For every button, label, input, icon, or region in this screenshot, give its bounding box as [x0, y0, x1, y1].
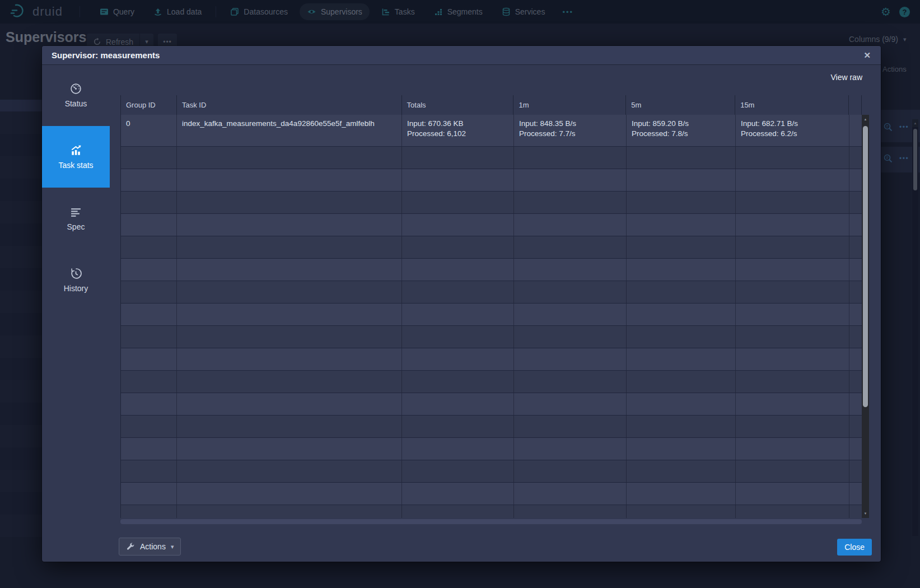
- table-row-empty: [121, 304, 862, 326]
- table-cell-empty: [627, 460, 736, 482]
- tab-history[interactable]: History: [42, 249, 110, 311]
- tab-status[interactable]: Status: [42, 64, 110, 126]
- table-cell-empty: [514, 326, 627, 348]
- table-cell-empty: [177, 438, 402, 460]
- table-cell-empty: [121, 326, 177, 348]
- table-cell-empty: [849, 416, 862, 437]
- table-cell-empty: [402, 505, 514, 518]
- table-row-empty: [121, 438, 862, 460]
- table-cell-empty: [514, 371, 627, 393]
- table-cell-empty: [514, 259, 627, 281]
- align-left-icon: [70, 206, 82, 218]
- table-cell-empty: [514, 416, 627, 437]
- tab-spec[interactable]: Spec: [42, 188, 110, 249]
- table-cell-empty: [402, 393, 514, 415]
- table-horizontal-scrollbar[interactable]: [120, 519, 862, 524]
- totals-processed: Processed: 6,102: [407, 129, 508, 139]
- tab-task-stats[interactable]: Task stats: [42, 126, 110, 188]
- table-cell-empty: [627, 147, 736, 169]
- table-cell-empty: [514, 348, 627, 370]
- table-cell-empty: [514, 147, 627, 169]
- table-cell-empty: [736, 236, 849, 258]
- table-cell-empty: [402, 192, 514, 213]
- table-cell-empty: [402, 483, 514, 505]
- table-cell-empty: [627, 169, 736, 191]
- table-row-empty: [121, 214, 862, 236]
- table-cell-empty: [121, 393, 177, 415]
- task-stats-table-body: 0 index_kafka_measurements_da4a92860e55e…: [120, 115, 862, 518]
- table-cell-empty: [121, 281, 177, 303]
- table-cell-empty: [177, 304, 402, 325]
- column-header-group-id[interactable]: Group ID: [121, 95, 177, 115]
- column-header-filler: [849, 95, 862, 115]
- table-cell-empty: [402, 259, 514, 281]
- table-row: 0 index_kafka_measurements_da4a92860e55e…: [121, 115, 862, 147]
- table-cell-empty: [849, 281, 862, 303]
- table-cell-empty: [402, 147, 514, 169]
- table-cell-empty: [121, 371, 177, 393]
- table-vertical-scrollbar[interactable]: ▲ ▼: [862, 115, 869, 518]
- dialog-side-tabs: Status Task stats: [42, 64, 110, 562]
- table-cell-empty: [177, 371, 402, 393]
- dialog-content: View raw Group ID Task ID Totals 1m 5m 1…: [110, 64, 881, 562]
- table-row-empty: [121, 169, 862, 192]
- totals-input: Input: 670.36 KB: [407, 119, 508, 129]
- table-cell-empty: [177, 348, 402, 370]
- table-cell-empty: [736, 281, 849, 303]
- table-cell-empty: [514, 304, 627, 325]
- table-cell-empty: [849, 259, 862, 281]
- table-cell-empty: [736, 371, 849, 393]
- table-cell-empty: [177, 192, 402, 213]
- table-cell-empty: [627, 326, 736, 348]
- column-header-15m[interactable]: 15m: [735, 95, 849, 115]
- table-row-empty: [121, 483, 862, 505]
- actions-button[interactable]: Actions ▾: [119, 538, 181, 556]
- table-cell-empty: [514, 505, 627, 518]
- scroll-down-icon[interactable]: ▼: [862, 509, 869, 518]
- table-cell-empty: [849, 169, 862, 191]
- table-cell-empty: [736, 147, 849, 169]
- close-button[interactable]: Close: [837, 539, 872, 556]
- column-header-totals[interactable]: Totals: [402, 95, 514, 115]
- task-stats-table: Group ID Task ID Totals 1m 5m 15m 0 inde…: [120, 95, 869, 525]
- m1-processed: Processed: 7.7/s: [519, 129, 621, 139]
- close-icon[interactable]: ✕: [860, 46, 874, 64]
- table-cell-empty: [121, 460, 177, 482]
- chart-icon: [70, 144, 82, 156]
- view-raw-link[interactable]: View raw: [830, 73, 862, 82]
- table-cell-empty: [177, 416, 402, 437]
- table-cell-empty: [849, 304, 862, 325]
- table-cell-empty: [177, 393, 402, 415]
- table-cell-empty: [177, 236, 402, 258]
- table-cell-empty: [849, 371, 862, 393]
- table-cell-empty: [514, 169, 627, 191]
- table-cell-empty: [514, 281, 627, 303]
- m15-processed: Processed: 6.2/s: [741, 129, 844, 139]
- column-header-task-id[interactable]: Task ID: [177, 95, 402, 115]
- table-cell-empty: [514, 438, 627, 460]
- table-cell-empty: [627, 281, 736, 303]
- table-cell-empty: [121, 259, 177, 281]
- cell-5m: Input: 859.20 B/s Processed: 7.8/s: [627, 115, 736, 146]
- table-cell-empty: [627, 304, 736, 325]
- table-row-empty: [121, 259, 862, 281]
- table-cell-empty: [177, 326, 402, 348]
- column-header-5m[interactable]: 5m: [626, 95, 735, 115]
- table-cell-empty: [177, 483, 402, 505]
- column-header-1m[interactable]: 1m: [513, 95, 626, 115]
- table-cell-empty: [514, 192, 627, 213]
- table-cell-empty: [514, 460, 627, 482]
- scroll-up-icon[interactable]: ▲: [862, 115, 869, 124]
- table-cell-empty: [736, 169, 849, 191]
- cell-15m: Input: 682.71 B/s Processed: 6.2/s: [736, 115, 849, 146]
- table-cell-empty: [627, 259, 736, 281]
- table-cell-empty: [627, 438, 736, 460]
- table-cell-empty: [514, 483, 627, 505]
- table-cell-empty: [849, 192, 862, 213]
- table-row-empty: [121, 192, 862, 214]
- m1-input: Input: 848.35 B/s: [519, 119, 621, 129]
- table-row-empty: [121, 416, 862, 438]
- scrollbar-thumb[interactable]: [863, 126, 868, 407]
- table-cell-empty: [121, 192, 177, 213]
- actions-button-label: Actions: [140, 542, 166, 551]
